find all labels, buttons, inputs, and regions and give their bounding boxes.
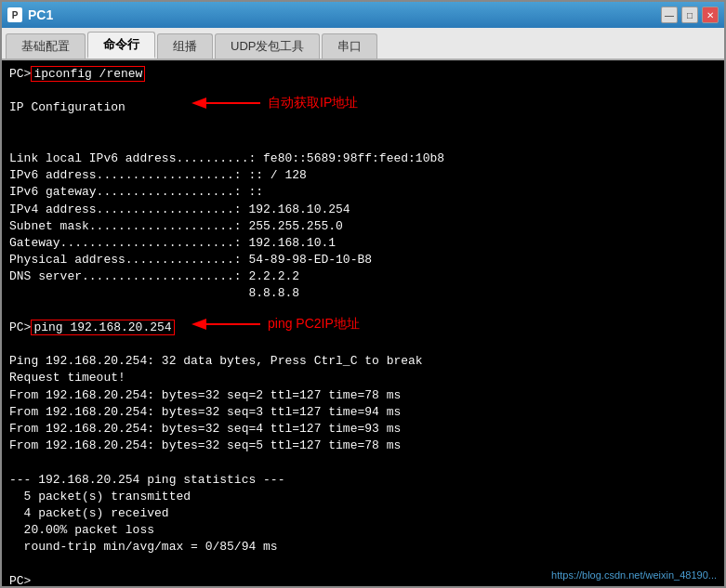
terminal-stats-header: --- 192.168.20.254 ping statistics --- bbox=[9, 472, 717, 489]
window-icon: P bbox=[7, 7, 22, 22]
close-button[interactable]: ✕ bbox=[702, 7, 719, 23]
terminal-ipv6-local: Link local IPv6 address..........: fe80:… bbox=[9, 150, 717, 167]
tab-basic-config[interactable]: 基础配置 bbox=[6, 33, 86, 59]
maximize-button[interactable]: □ bbox=[681, 7, 698, 23]
terminal-ping-seq5: From 192.168.20.254: bytes=32 seq=5 ttl=… bbox=[9, 438, 717, 454]
title-controls: — □ ✕ bbox=[661, 7, 719, 23]
content-area: PC>ipconfig /renew IP Configuration Link… bbox=[2, 60, 724, 586]
terminal-ping-header: Ping 192.168.20.254: 32 data bytes, Pres… bbox=[9, 353, 717, 370]
terminal-blank-6 bbox=[9, 454, 717, 471]
terminal-blank-3 bbox=[9, 134, 717, 150]
terminal-blank-2 bbox=[9, 117, 717, 134]
terminal-ping-cmd: PC>ping 192.168.20.254 bbox=[9, 320, 717, 336]
title-bar: P PC1 — □ ✕ bbox=[2, 2, 724, 28]
terminal-roundtrip: round-trip min/avg/max = 0/85/94 ms bbox=[9, 539, 717, 555]
terminal-dns: DNS server.....................: 2.2.2.2 bbox=[9, 268, 717, 285]
terminal-blank-5 bbox=[9, 336, 717, 353]
cmd-ipconfig: ipconfig /renew bbox=[31, 66, 145, 82]
terminal-subnet: Subnet mask....................: 255.255… bbox=[9, 218, 717, 235]
tab-udp-tool[interactable]: UDP发包工具 bbox=[215, 33, 320, 59]
minimize-button[interactable]: — bbox=[661, 7, 678, 23]
terminal-ping-seq4: From 192.168.20.254: bytes=32 seq=4 ttl=… bbox=[9, 421, 717, 438]
tab-command-line[interactable]: 命令行 bbox=[87, 32, 155, 59]
tab-serial[interactable]: 串口 bbox=[322, 33, 377, 59]
tab-multicast[interactable]: 组播 bbox=[157, 33, 213, 59]
terminal-request-timeout: Request timeout! bbox=[9, 370, 717, 386]
terminal-ipv6-gw: IPv6 gateway...................: :: bbox=[9, 184, 717, 201]
terminal-ping-seq2: From 192.168.20.254: bytes=32 seq=2 ttl=… bbox=[9, 387, 717, 404]
terminal-received: 4 packet(s) received bbox=[9, 505, 717, 522]
terminal-dns2: 8.8.8.8 bbox=[9, 285, 717, 302]
title-bar-left: P PC1 bbox=[7, 7, 53, 22]
terminal-gateway: Gateway........................: 192.168… bbox=[9, 235, 717, 252]
terminal-physical: Physical address...............: 54-89-9… bbox=[9, 252, 717, 268]
terminal-blank-1 bbox=[9, 83, 717, 99]
cmd-ping: ping 192.168.20.254 bbox=[31, 320, 174, 335]
main-window: P PC1 — □ ✕ 基础配置 命令行 组播 UDP发包工具 串口 PC>ip… bbox=[0, 0, 726, 588]
window-title: PC1 bbox=[28, 7, 53, 22]
terminal-ipv6-addr: IPv6 address...................: :: / 12… bbox=[9, 167, 717, 184]
terminal-wrapper: PC>ipconfig /renew IP Configuration Link… bbox=[2, 60, 724, 586]
tab-bar: 基础配置 命令行 组播 UDP发包工具 串口 bbox=[2, 28, 724, 60]
terminal-transmitted: 5 packet(s) transmitted bbox=[9, 489, 717, 505]
terminal-line-1: PC>ipconfig /renew bbox=[9, 66, 717, 83]
terminal-loss: 20.00% packet loss bbox=[9, 522, 717, 539]
terminal[interactable]: PC>ipconfig /renew IP Configuration Link… bbox=[2, 60, 724, 586]
terminal-ipv4-addr: IPv4 address...................: 192.168… bbox=[9, 202, 717, 218]
terminal-blank-4 bbox=[9, 303, 717, 320]
terminal-blank-7 bbox=[9, 555, 717, 572]
terminal-ip-config: IP Configuration bbox=[9, 99, 717, 116]
terminal-ping-seq3: From 192.168.20.254: bytes=32 seq=3 ttl=… bbox=[9, 404, 717, 421]
terminal-prompt: PC> bbox=[9, 573, 717, 586]
